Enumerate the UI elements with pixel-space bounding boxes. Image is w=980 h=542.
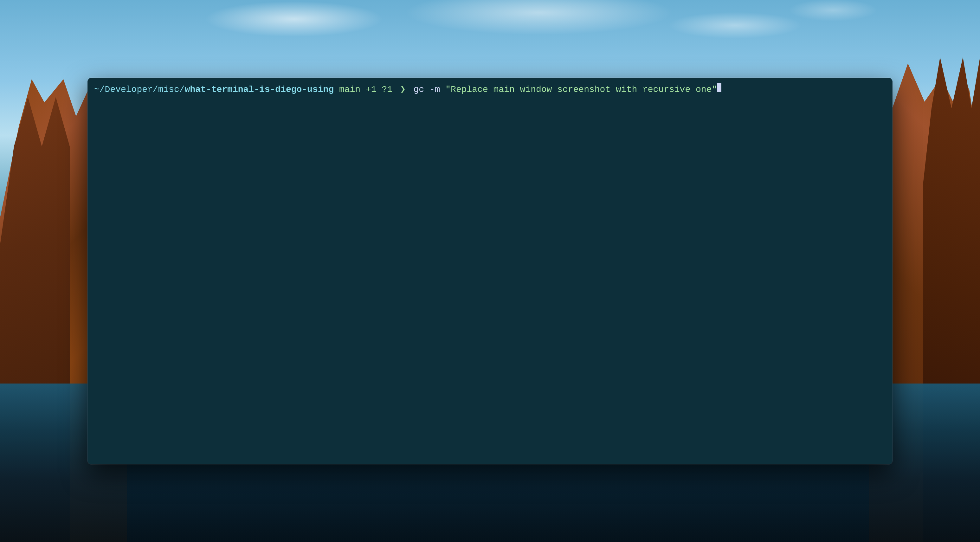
prompt-path-bold: what-terminal-is-diego-using (185, 83, 334, 96)
prompt-path-prefix: ~/Developer/misc/ (94, 83, 185, 96)
terminal-window[interactable]: ~/Developer/misc/what-terminal-is-diego-… (88, 78, 892, 464)
terminal-line-1: ~/Developer/misc/what-terminal-is-diego-… (94, 83, 886, 96)
prompt-space-2 (360, 83, 366, 96)
terminal-body[interactable]: ~/Developer/misc/what-terminal-is-diego-… (88, 78, 892, 464)
terminal-content[interactable]: ~/Developer/misc/what-terminal-is-diego-… (88, 78, 892, 464)
terminal-cursor (717, 83, 721, 92)
prompt-status: +1 ?1 (366, 83, 392, 96)
command-argument: "Replace main window screenshot with rec… (445, 83, 717, 96)
command-text: gc -m (413, 83, 445, 96)
prompt-space-1 (334, 83, 339, 96)
prompt-arrow: ❯ (395, 83, 411, 96)
prompt-branch: main (339, 83, 360, 96)
